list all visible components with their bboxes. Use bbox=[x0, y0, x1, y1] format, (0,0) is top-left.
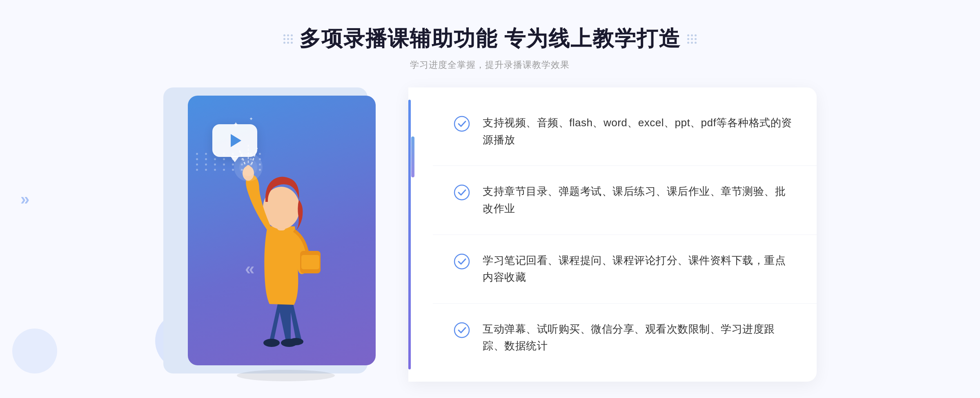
svg-rect-9 bbox=[301, 255, 319, 269]
svg-point-0 bbox=[237, 370, 335, 381]
left-dots-decoration bbox=[283, 34, 293, 44]
feature-item-2: 支持章节目录、弹题考试、课后练习、课后作业、章节测验、批改作业 bbox=[433, 166, 817, 235]
feature-text-1: 支持视频、音频、flash、word、excel、ppt、pdf等各种格式的资源… bbox=[483, 114, 792, 148]
svg-point-3 bbox=[289, 338, 303, 345]
feature-panel-wrapper: 支持视频、音频、flash、word、excel、ppt、pdf等各种格式的资源… bbox=[408, 87, 817, 382]
blue-accent-bar bbox=[408, 100, 411, 369]
feature-text-3: 学习笔记回看、课程提问、课程评论打分、课件资料下载，重点内容收藏 bbox=[483, 252, 792, 286]
feature-text-2: 支持章节目录、弹题考试、课后练习、课后作业、章节测验、批改作业 bbox=[483, 183, 792, 217]
feature-text-4: 互动弹幕、试听购买、微信分享、观看次数限制、学习进度跟踪、数据统计 bbox=[483, 321, 792, 355]
page-subtitle: 学习进度全掌握，提升录播课教学效果 bbox=[283, 59, 697, 71]
feature-item-3: 学习笔记回看、课程提问、课程评论打分、课件资料下载，重点内容收藏 bbox=[433, 235, 817, 304]
check-icon-3 bbox=[453, 253, 470, 270]
left-chevron-decoration: » bbox=[20, 190, 29, 208]
svg-point-1 bbox=[263, 339, 280, 347]
page-title: 多项录播课辅助功能 专为线上教学打造 bbox=[299, 25, 681, 53]
feature-item-1: 支持视频、音频、flash、word、excel、ppt、pdf等各种格式的资源… bbox=[433, 97, 817, 166]
feature-list-panel: 支持视频、音频、flash、word、excel、ppt、pdf等各种格式的资源… bbox=[408, 87, 817, 382]
svg-point-14 bbox=[239, 158, 257, 176]
svg-point-18 bbox=[454, 323, 469, 338]
svg-point-17 bbox=[454, 254, 469, 269]
header-section: 多项录播课辅助功能 专为线上教学打造 学习进度全掌握，提升录播课教学效果 bbox=[283, 0, 697, 71]
main-content: ✦ ✦ « bbox=[163, 87, 817, 382]
svg-point-15 bbox=[454, 116, 469, 131]
stripe-decoration bbox=[411, 136, 414, 177]
page-wrapper: // Dots grid - handled inline » bbox=[0, 0, 980, 398]
check-icon-4 bbox=[453, 322, 470, 339]
person-illustration bbox=[188, 104, 384, 382]
check-icon-1 bbox=[453, 115, 470, 132]
svg-point-16 bbox=[454, 185, 469, 200]
right-dots-decoration bbox=[687, 34, 697, 44]
feature-item-4: 互动弹幕、试听购买、微信分享、观看次数限制、学习进度跟踪、数据统计 bbox=[433, 304, 817, 372]
illustration-panel: ✦ ✦ « bbox=[163, 87, 408, 382]
check-icon-2 bbox=[453, 184, 470, 201]
title-with-decorations: 多项录播课辅助功能 专为线上教学打造 bbox=[283, 25, 697, 53]
